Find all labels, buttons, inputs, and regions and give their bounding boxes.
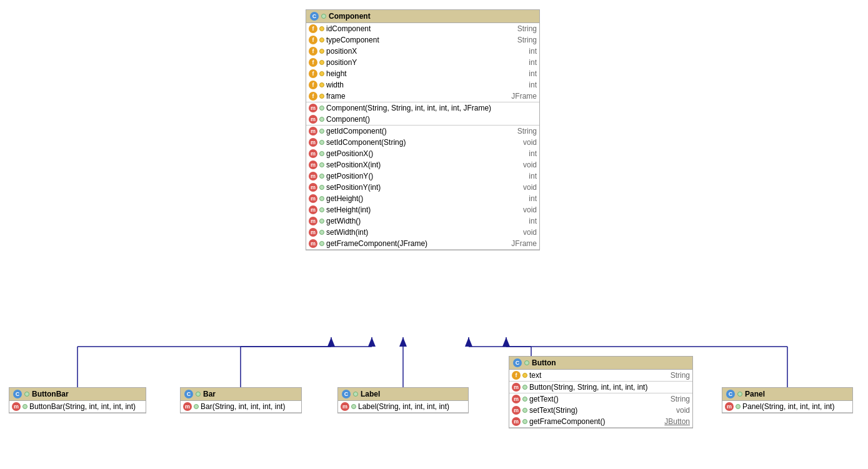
button-constructors: m Button(String, String, int, int, int, … [509,382,692,393]
method-getFrameComponent: m getFrameComponent(JFrame) JFrame [306,238,539,249]
field-width: f width int [306,79,539,91]
svg-marker-14 [368,337,376,347]
class-button-title: Button [532,358,556,367]
method-getText: m getText() String [509,393,692,405]
method-getFrameComponent-button: m getFrameComponent() JButton [509,416,692,427]
method-buttonbar-constructor: m ButtonBar(String, int, int, int, int) [9,401,146,412]
fields-section: f idComponent String f typeComponent Str… [306,23,539,102]
class-panel-title: Panel [745,390,765,398]
class-panel: C Panel m Panel(String, int, int, int, i… [722,387,853,413]
constructor-empty: m Component() [306,114,539,125]
class-component-header: C Component [306,10,539,23]
class-component: C Component f idComponent String f typeC… [306,9,540,250]
class-bar: C Bar m Bar(String, int, int, int, int) [180,387,302,413]
field-positionX: f positionX int [306,46,539,57]
field-typeComponent: f typeComponent String [306,34,539,46]
methods-section: m getIdComponent() String m setIdCompone… [306,126,539,250]
class-buttonbar: C ButtonBar m ButtonBar(String, int, int… [9,387,146,413]
class-component-title: Component [329,12,371,21]
field-positionY: f positionY int [306,57,539,68]
method-setHeight: m setHeight(int) void [306,204,539,215]
button-methods: m getText() String m setText(String) voi… [509,393,692,428]
class-button: C Button f text String m Button(String, … [509,356,693,428]
button-fields: f text String [509,370,692,382]
method-getWidth: m getWidth() int [306,215,539,227]
method-setText: m setText(String) void [509,405,692,416]
panel-methods: m Panel(String, int, int, int, int) [722,401,852,413]
method-setPositionX: m setPositionX(int) void [306,159,539,170]
class-label-header: C Label [338,388,468,401]
field-height: f height int [306,68,539,79]
class-buttonbar-header: C ButtonBar [9,388,146,401]
vis-dot [321,14,326,19]
class-buttonbar-title: ButtonBar [32,390,69,398]
class-label-title: Label [361,390,380,398]
class-button-header: C Button [509,357,692,370]
constructors-section: m Component(String, String, int, int, in… [306,102,539,126]
method-getIdComponent: m getIdComponent() String [306,126,539,137]
field-idComponent: f idComponent String [306,23,539,34]
svg-marker-15 [399,337,407,347]
class-bar-title: Bar [203,390,216,398]
label-methods: m Label(String, int, int, int, int) [338,401,468,413]
method-getPositionX: m getPositionX() int [306,148,539,159]
svg-marker-13 [327,337,335,347]
method-panel-constructor: m Panel(String, int, int, int, int) [722,401,852,412]
bar-methods: m Bar(String, int, int, int, int) [181,401,301,413]
field-frame: f frame JFrame [306,91,539,102]
method-button-constructor: m Button(String, String, int, int, int, … [509,382,692,393]
method-getPositionY: m getPositionY() int [306,170,539,182]
method-getHeight: m getHeight() int [306,193,539,204]
svg-marker-16 [465,337,472,347]
diagram-canvas: C Component f idComponent String f typeC… [0,0,868,469]
constructor-full: m Component(String, String, int, int, in… [306,102,539,114]
method-setIdComponent: m setIdComponent(String) void [306,137,539,148]
svg-marker-17 [502,337,510,347]
method-bar-constructor: m Bar(String, int, int, int, int) [181,401,301,412]
class-label: C Label m Label(String, int, int, int, i… [337,387,469,413]
method-label-constructor: m Label(String, int, int, int, int) [338,401,468,412]
class-panel-header: C Panel [722,388,852,401]
class-badge-c: C [310,12,319,21]
method-setWidth: m setWidth(int) void [306,227,539,238]
field-text: f text String [509,370,692,381]
buttonbar-methods: m ButtonBar(String, int, int, int, int) [9,401,146,413]
method-setPositionY: m setPositionY(int) void [306,182,539,193]
class-bar-header: C Bar [181,388,301,401]
